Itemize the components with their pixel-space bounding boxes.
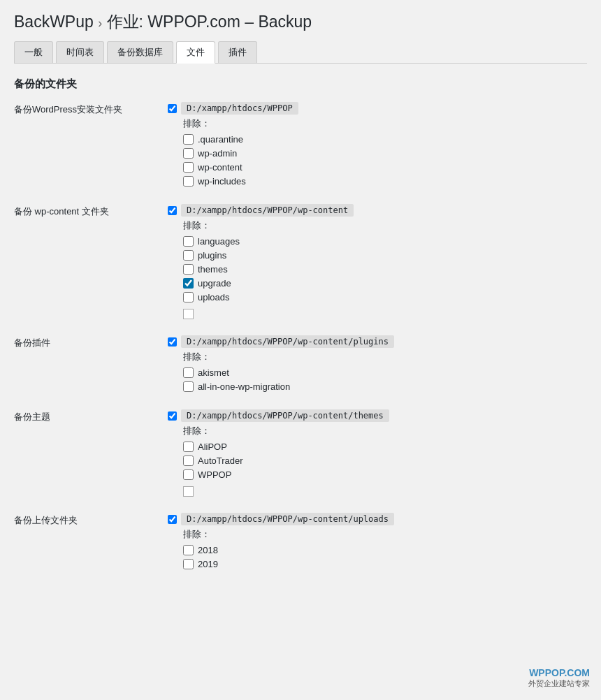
list-item: .quarantine	[183, 134, 587, 145]
content-uploads: D:/xampp/htdocs/WPPOP/wp-content/uploads…	[168, 513, 587, 573]
list-item: AliPOP	[183, 442, 587, 452]
exclude-label-3: 排除：	[183, 351, 587, 363]
path-box-2: D:/xampp/htdocs/WPPOP/wp-content	[168, 204, 354, 217]
checkbox-uploads[interactable]	[183, 292, 194, 302]
label-akismet: akismet	[198, 367, 229, 378]
checkbox-path-2[interactable]	[168, 206, 177, 215]
path-box-4: D:/xampp/htdocs/WPPOP/wp-content/themes	[168, 409, 389, 422]
content-wp-content: D:/xampp/htdocs/WPPOP/wp-content 排除： lan…	[168, 204, 587, 321]
list-item: wp-content	[183, 162, 587, 173]
list-item: uploads	[183, 292, 587, 302]
checkbox-languages[interactable]	[183, 236, 194, 247]
list-item: wp-includes	[183, 176, 587, 187]
checkbox-2018[interactable]	[183, 545, 194, 555]
path-box-5: D:/xampp/htdocs/WPPOP/wp-content/uploads	[168, 513, 394, 525]
list-item: AutoTrader	[183, 455, 587, 466]
path-text-1: D:/xampp/htdocs/WPPOP	[181, 102, 298, 115]
list-item: themes	[183, 264, 587, 275]
checkbox-all-in-one[interactable]	[183, 381, 194, 392]
checkbox-quarantine[interactable]	[183, 134, 194, 145]
label-autotrader: AutoTrader	[198, 455, 243, 466]
checkbox-path-3[interactable]	[168, 337, 177, 347]
tab-schedule[interactable]: 时间表	[56, 41, 104, 63]
watermark: WPPOP.COM 外贸企业建站专家	[528, 667, 590, 689]
checkbox-path-4[interactable]	[168, 411, 177, 421]
label-backup-themes: 备份主题	[14, 409, 168, 423]
exclude-label-2: 排除：	[183, 219, 587, 232]
label-upgrade: upgrade	[198, 278, 231, 289]
label-quarantine: .quarantine	[198, 134, 243, 145]
checkbox-plugins[interactable]	[183, 250, 194, 261]
checkbox-wp-content[interactable]	[183, 162, 194, 173]
exclude-label-1: 排除：	[183, 117, 587, 130]
section-title: 备份的文件夹	[14, 78, 587, 91]
list-item: wp-admin	[183, 148, 587, 159]
row-uploads: 备份上传文件夹 D:/xampp/htdocs/WPPOP/wp-content…	[14, 513, 587, 573]
list-item: all-in-one-wp-migration	[183, 381, 587, 392]
list-item: WPPOP	[183, 469, 587, 480]
path-box-3: D:/xampp/htdocs/WPPOP/wp-content/plugins	[168, 335, 394, 348]
checkbox-upgrade[interactable]	[183, 278, 194, 289]
checkbox-wppop-theme[interactable]	[183, 469, 194, 480]
exclude-label-5: 排除：	[183, 528, 587, 541]
checkbox-2019[interactable]	[183, 559, 194, 569]
label-backup-plugins: 备份插件	[14, 335, 168, 349]
tab-plugins[interactable]: 插件	[218, 41, 257, 63]
breadcrumb-job: 作业	[107, 13, 139, 31]
tab-database[interactable]: 备份数据库	[107, 41, 173, 63]
watermark-brand: WPPOP.COM	[528, 667, 590, 678]
path-box-1: D:/xampp/htdocs/WPPOP	[168, 102, 298, 115]
checkbox-akismet[interactable]	[183, 367, 194, 378]
label-wp-content: wp-content	[198, 162, 242, 173]
list-item: languages	[183, 236, 587, 247]
label-plugins: plugins	[198, 250, 226, 261]
checkbox-alipop[interactable]	[183, 442, 194, 452]
list-item: 2019	[183, 559, 587, 569]
row-themes: 备份主题 D:/xampp/htdocs/WPPOP/wp-content/th…	[14, 409, 587, 499]
path-text-4: D:/xampp/htdocs/WPPOP/wp-content/themes	[181, 409, 389, 422]
label-all-in-one: all-in-one-wp-migration	[198, 381, 290, 392]
path-text-5: D:/xampp/htdocs/WPPOP/wp-content/uploads	[181, 513, 394, 525]
row-wordpress-install: 备份WordPress安装文件夹 D:/xampp/htdocs/WPPOP 排…	[14, 102, 587, 190]
list-item: upgrade	[183, 278, 587, 289]
empty-checkbox-2[interactable]	[183, 309, 194, 319]
checkbox-wp-includes[interactable]	[183, 176, 194, 187]
tabs: 一般 时间表 备份数据库 文件 插件	[14, 41, 587, 64]
label-themes: themes	[198, 264, 228, 275]
exclude-label-4: 排除：	[183, 425, 587, 437]
content-themes: D:/xampp/htdocs/WPPOP/wp-content/themes …	[168, 409, 587, 499]
checkbox-path-1[interactable]	[168, 104, 177, 113]
checkbox-path-5[interactable]	[168, 515, 177, 524]
label-wordpress-install: 备份WordPress安装文件夹	[14, 102, 168, 116]
page-title: BackWPup › 作业: WPPOP.com – Backup	[14, 11, 587, 33]
checkbox-autotrader[interactable]	[183, 455, 194, 466]
label-wp-includes: wp-includes	[198, 176, 246, 187]
content-plugins: D:/xampp/htdocs/WPPOP/wp-content/plugins…	[168, 335, 587, 395]
tab-files[interactable]: 文件	[176, 41, 215, 64]
label-2018: 2018	[198, 545, 218, 555]
list-item: plugins	[183, 250, 587, 261]
list-item: akismet	[183, 367, 587, 378]
watermark-tagline: 外贸企业建站专家	[528, 678, 590, 689]
breadcrumb-backwpup: BackWPup	[14, 13, 94, 31]
label-wppop-theme: WPPOP	[198, 469, 231, 480]
label-wp-admin: wp-admin	[198, 148, 237, 159]
breadcrumb-site: WPPOP.com	[147, 13, 240, 31]
path-text-2: D:/xampp/htdocs/WPPOP/wp-content	[181, 204, 354, 217]
empty-checkbox-4[interactable]	[183, 486, 194, 497]
path-text-3: D:/xampp/htdocs/WPPOP/wp-content/plugins	[181, 335, 394, 348]
label-wp-content-folder: 备份 wp-content 文件夹	[14, 204, 168, 218]
breadcrumb-page: Backup	[258, 13, 312, 31]
label-2019: 2019	[198, 559, 218, 569]
checkbox-wp-admin[interactable]	[183, 148, 194, 159]
label-languages: languages	[198, 236, 240, 247]
row-wp-content: 备份 wp-content 文件夹 D:/xampp/htdocs/WPPOP/…	[14, 204, 587, 321]
breadcrumb-sep: ›	[98, 16, 102, 30]
content-wordpress-install: D:/xampp/htdocs/WPPOP 排除： .quarantine wp…	[168, 102, 587, 190]
tab-general[interactable]: 一般	[14, 41, 53, 63]
label-alipop: AliPOP	[198, 442, 227, 452]
list-item: 2018	[183, 545, 587, 555]
row-plugins: 备份插件 D:/xampp/htdocs/WPPOP/wp-content/pl…	[14, 335, 587, 395]
checkbox-themes[interactable]	[183, 264, 194, 275]
label-uploads: uploads	[198, 292, 230, 302]
